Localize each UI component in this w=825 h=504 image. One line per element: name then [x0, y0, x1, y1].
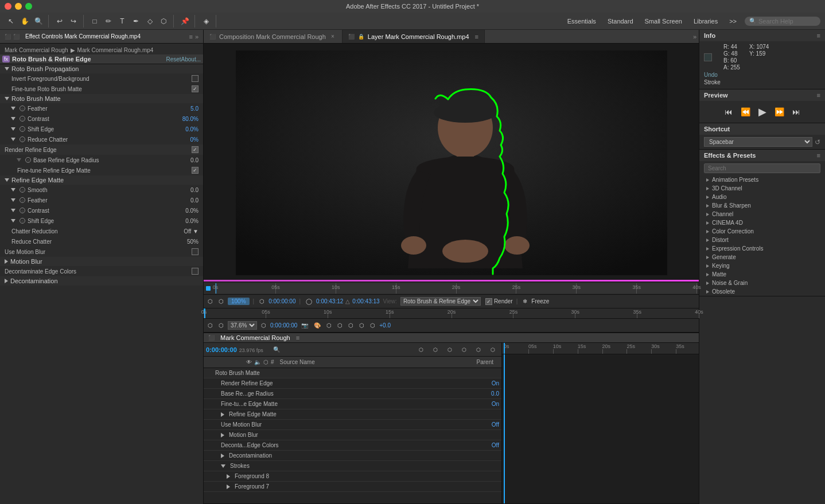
undo-btn[interactable]: ↩: [53, 15, 66, 28]
value-smooth[interactable]: 0.0: [190, 187, 199, 193]
effect-item-8[interactable]: Expression Controls: [699, 244, 825, 253]
tl-icon-6[interactable]: ⬡: [487, 343, 499, 356]
layer-row-decontamination[interactable]: Decontamination: [204, 451, 501, 461]
layer-row-2[interactable]: Base Re...ge Radius 0.0: [204, 389, 501, 399]
info-section-header[interactable]: Info ≡: [699, 30, 825, 41]
value-reduce-chatter-2[interactable]: 50%: [187, 239, 199, 245]
view-mode-select[interactable]: Roto Brush & Refine Edge: [400, 297, 481, 306]
preview-skip-forward[interactable]: ⏭: [790, 106, 803, 118]
zoom-tool[interactable]: 🔍: [32, 15, 45, 28]
text-tool[interactable]: T: [116, 15, 129, 28]
section-header-refine-matte[interactable]: Refine Edge Matte: [0, 175, 203, 185]
snap-btn[interactable]: ⬡: [206, 298, 215, 305]
fit-icon[interactable]: ⬡: [259, 322, 268, 329]
checkbox-render-refine[interactable]: [192, 146, 199, 153]
maximize-button[interactable]: [25, 3, 32, 10]
timecode-btn[interactable]: ⬡: [258, 298, 266, 305]
timecode-end[interactable]: 0:00:43:12: [316, 298, 343, 304]
channels-icon[interactable]: ⬡: [217, 322, 225, 329]
preview-step-back[interactable]: ⏪: [738, 106, 753, 118]
shortcut-select[interactable]: Spacebar: [704, 137, 812, 147]
layer-row-1[interactable]: Render Refine Edge On: [204, 378, 501, 389]
timeline-menu-icon[interactable]: ≡: [296, 334, 299, 341]
shortcut-section-header[interactable]: Shortcut: [699, 123, 825, 135]
workspace-small-screen[interactable]: Small Screen: [641, 17, 686, 26]
section-header-propagation[interactable]: Roto Brush Propagation: [0, 64, 203, 73]
render-checkbox[interactable]: [485, 298, 492, 305]
pin-tool[interactable]: 📌: [178, 15, 191, 28]
layer-row-motion-blur[interactable]: Motion Blur: [204, 430, 501, 440]
tab-expand-icon[interactable]: »: [693, 33, 699, 40]
expand-reduce-chatter-1[interactable]: [11, 138, 15, 141]
timecode-display[interactable]: 0:00:00:00: [268, 298, 295, 304]
effect-item-12[interactable]: Noise & Grain: [699, 279, 825, 287]
value-shift-edge-2[interactable]: 0.0%: [185, 218, 199, 224]
preview-menu-icon[interactable]: ≡: [817, 92, 820, 99]
preview-section-header[interactable]: Preview ≡: [699, 89, 825, 101]
panel-menu-icon[interactable]: ≡: [189, 33, 192, 40]
rulers-icon[interactable]: ⬡: [336, 322, 344, 329]
freeze-label[interactable]: Freeze: [531, 298, 549, 304]
effect-item-0[interactable]: Animation Presets: [699, 175, 825, 184]
tl-icon-2[interactable]: ⬡: [429, 343, 442, 356]
checkbox-finetune-refine-matte[interactable]: [192, 167, 199, 174]
layers-icon[interactable]: ⬡: [206, 322, 215, 329]
section-header-matte[interactable]: Roto Brush Matte: [0, 94, 203, 103]
select-tool[interactable]: ↖: [5, 15, 17, 28]
motion-blur-icon[interactable]: ⬡: [368, 322, 377, 329]
tl-icon-5[interactable]: ⬡: [472, 343, 485, 356]
value-base-refine[interactable]: 0.0: [190, 157, 199, 163]
effect-item-3[interactable]: Blur & Sharpen: [699, 201, 825, 210]
panel-expand-icon[interactable]: »: [195, 33, 199, 40]
expand-smooth[interactable]: [11, 188, 15, 192]
comp-tab-menu-1[interactable]: ≡: [475, 33, 478, 40]
tl-timecode[interactable]: 0:00:00:00: [206, 346, 237, 353]
effect-item-1[interactable]: 3D Channel: [699, 184, 825, 193]
preview-play[interactable]: ▶: [756, 104, 769, 119]
zoom-select[interactable]: 37.6%: [228, 321, 257, 330]
snap-icon-2[interactable]: ⬡: [357, 322, 366, 329]
value-contrast[interactable]: 80.0%: [182, 116, 199, 122]
tl-search-icon[interactable]: 🔍: [270, 343, 283, 356]
paint-tool[interactable]: ⬡: [157, 15, 170, 28]
close-button[interactable]: [5, 3, 11, 10]
timeline-ruler[interactable]: 0s05s10s15s20s25s30s35s40s: [215, 283, 696, 294]
reset-button[interactable]: Reset: [166, 56, 181, 62]
section-header-motion-blur[interactable]: Motion Blur: [0, 257, 203, 266]
effect-item-4[interactable]: Channel: [699, 210, 825, 218]
value-feather[interactable]: 5.0: [190, 106, 199, 112]
preview-step-forward[interactable]: ⏩: [772, 106, 787, 118]
checkbox-decontaminate[interactable]: [192, 268, 199, 275]
about-button[interactable]: About...: [181, 56, 201, 62]
effects-presets-header[interactable]: Effects & Presets ≡: [699, 150, 825, 161]
effect-item-9[interactable]: Generate: [699, 253, 825, 261]
search-box[interactable]: 🔍: [745, 17, 820, 26]
freeze-icon[interactable]: ❄: [521, 298, 529, 305]
value-shift-edge[interactable]: 0.0%: [185, 126, 199, 132]
search-input[interactable]: [758, 18, 816, 25]
section-header-decontamination[interactable]: Decontamination: [0, 276, 203, 286]
expand-contrast[interactable]: [11, 117, 15, 120]
layer-row-fg8[interactable]: Foreground 8: [204, 471, 501, 482]
layer-row-use-motion-blur[interactable]: Use Motion Blur Off: [204, 420, 501, 430]
effects-presets-menu-icon[interactable]: ≡: [817, 152, 820, 159]
breadcrumb-comp[interactable]: Mark Commercial Rough: [5, 47, 68, 53]
preview-skip-back[interactable]: ⏮: [722, 106, 735, 118]
value-reduce-chatter-1[interactable]: 0%: [190, 136, 199, 143]
tl-icon-4[interactable]: ⬡: [458, 343, 470, 356]
effect-item-5[interactable]: CINEMA 4D: [699, 218, 825, 227]
pen-tool[interactable]: ✒: [130, 15, 142, 28]
workspace-expand[interactable]: >>: [726, 17, 740, 26]
value-chatter-reduction[interactable]: Off ▼: [184, 228, 199, 235]
effect-item-10[interactable]: Keying: [699, 261, 825, 270]
color-icon[interactable]: 🎨: [312, 322, 322, 329]
checkbox-finetune-roto[interactable]: [192, 85, 199, 92]
info-menu-icon[interactable]: ≡: [817, 32, 820, 39]
layer-row-strokes[interactable]: Strokes: [204, 461, 501, 471]
expand-feather[interactable]: [11, 107, 15, 110]
shortcut-reset-btn[interactable]: ↺: [815, 138, 820, 146]
rect-tool[interactable]: □: [88, 15, 101, 28]
layer-row-fg7[interactable]: Foreground 7: [204, 482, 501, 492]
expand-feather-2[interactable]: [11, 198, 15, 202]
effects-search-input[interactable]: [704, 163, 820, 173]
